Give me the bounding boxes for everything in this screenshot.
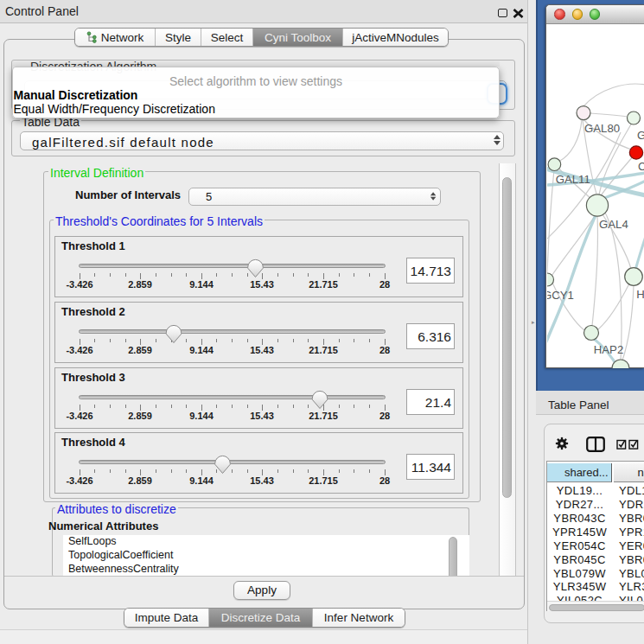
- svg-text:GAL80: GAL80: [584, 122, 620, 135]
- svg-text:GAL4: GAL4: [599, 218, 628, 231]
- svg-text:C: C: [638, 160, 644, 173]
- svg-text:GAL11: GAL11: [556, 173, 590, 186]
- svg-text:H: H: [636, 288, 644, 301]
- svg-text:HAP2: HAP2: [594, 343, 623, 356]
- svg-text:G.: G.: [637, 129, 644, 142]
- svg-text:GCY1: GCY1: [547, 289, 574, 302]
